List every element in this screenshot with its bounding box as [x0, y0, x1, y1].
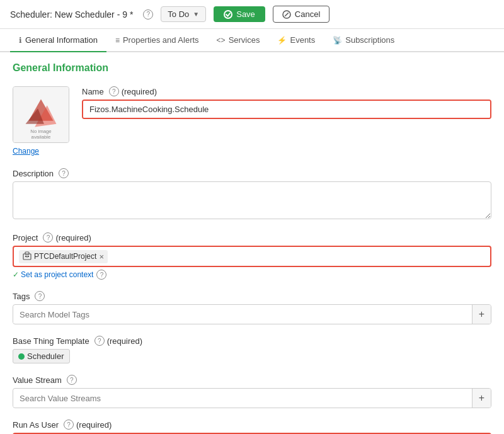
btt-help-icon[interactable]: ? — [94, 336, 105, 346]
tab-events[interactable]: ⚡ Events — [268, 29, 324, 52]
section-title: General Information — [13, 62, 491, 74]
btt-required: (required) — [107, 336, 142, 346]
project-chip-container: PTCDefaultProject × — [13, 246, 491, 267]
title-prefix: Scheduler: — [10, 9, 52, 20]
tab-bar: ℹ General Information ≡ Properties and A… — [0, 29, 504, 52]
svg-point-11 — [25, 255, 26, 256]
description-input[interactable] — [13, 181, 491, 219]
name-help-icon[interactable]: ? — [109, 86, 119, 96]
svg-line-2 — [285, 13, 289, 16]
project-required: (required) — [55, 233, 91, 243]
tags-field: Tags ? + — [13, 291, 491, 324]
check-icon: ✓ — [13, 270, 19, 279]
run-as-user-field: Run As User ? (required) Fizos.Machine.U… — [13, 420, 491, 434]
btt-label-text: Base Thing Template — [13, 336, 89, 346]
project-remove-icon[interactable]: × — [99, 253, 104, 261]
project-field: Project ? (required) PTCDefaultProject — [13, 232, 491, 280]
svg-text:available: available — [32, 134, 51, 140]
value-stream-add-button[interactable]: + — [472, 389, 491, 408]
page-title: Scheduler: New Scheduler - 9 * — [10, 9, 133, 20]
tab-properties-label: Properties and Alerts — [123, 35, 199, 45]
image-box: No image available — [13, 86, 69, 143]
value-stream-search-input[interactable] — [13, 390, 472, 407]
tags-field-label: Tags ? — [13, 291, 491, 301]
tab-subscriptions[interactable]: 📡 Subscriptions — [324, 29, 403, 52]
header: Scheduler: New Scheduler - 9 * ? To Do ▼… — [0, 0, 504, 29]
header-help-icon[interactable]: ? — [143, 9, 153, 20]
svg-text:No image: No image — [30, 128, 51, 134]
tags-search-input[interactable] — [13, 306, 472, 323]
base-thing-template-tag: Scheduler — [13, 349, 70, 363]
tags-label-text: Tags — [13, 292, 30, 301]
name-input[interactable] — [83, 101, 490, 118]
base-thing-template-field: Base Thing Template ? (required) Schedul… — [13, 336, 491, 363]
name-image-row: No image available Change Name ? (requir… — [13, 86, 491, 156]
tab-general-information[interactable]: ℹ General Information — [10, 29, 106, 52]
project-chip: PTCDefaultProject × — [19, 250, 108, 263]
run-as-user-label: Run As User ? (required) — [13, 420, 491, 430]
properties-icon: ≡ — [115, 36, 120, 45]
project-chip-icon — [23, 251, 32, 262]
project-label-text: Project — [13, 233, 38, 243]
description-field-label: Description ? — [13, 168, 491, 178]
tab-services-label: Services — [229, 35, 260, 45]
description-help-icon[interactable]: ? — [59, 168, 69, 178]
name-field-label: Name ? (required) — [82, 86, 491, 96]
tags-add-button[interactable]: + — [472, 305, 491, 324]
tab-properties-alerts[interactable]: ≡ Properties and Alerts — [106, 29, 208, 52]
value-stream-field: Value Stream ? + — [13, 375, 491, 408]
rau-help-icon[interactable]: ? — [64, 420, 74, 430]
svg-point-0 — [224, 11, 232, 18]
project-field-label: Project ? (required) — [13, 232, 491, 243]
cancel-icon — [282, 10, 291, 19]
no-image-svg: No image available — [13, 87, 69, 142]
tab-events-label: Events — [290, 35, 315, 45]
title-name: New Scheduler - 9 * — [55, 9, 134, 20]
project-help-icon[interactable]: ? — [43, 232, 53, 243]
image-section: No image available Change — [13, 86, 69, 156]
save-button[interactable]: Save — [214, 6, 265, 22]
status-button[interactable]: To Do ▼ — [161, 6, 206, 22]
content-area: General Information No image available C… — [0, 52, 504, 434]
save-label: Save — [236, 9, 255, 19]
status-label: To Do — [168, 9, 189, 19]
rau-required: (required) — [76, 420, 112, 430]
project-chip-label: PTCDefaultProject — [34, 252, 96, 261]
chevron-down-icon: ▼ — [193, 11, 199, 18]
tab-subscriptions-label: Subscriptions — [345, 35, 394, 45]
info-icon: ℹ — [19, 36, 22, 45]
set-context-help-icon[interactable]: ? — [96, 270, 106, 280]
tags-search-field: + — [13, 304, 491, 324]
name-required: (required) — [122, 87, 157, 96]
change-image-link[interactable]: Change — [13, 147, 39, 156]
save-icon — [224, 10, 232, 19]
rau-label-text: Run As User — [13, 420, 59, 430]
template-tag-label: Scheduler — [27, 351, 64, 361]
template-dot-icon — [18, 353, 25, 360]
tab-services[interactable]: <> Services — [208, 29, 269, 52]
events-icon: ⚡ — [277, 36, 287, 45]
name-label-text: Name — [82, 87, 104, 96]
vs-help-icon[interactable]: ? — [67, 375, 77, 385]
name-input-wrapper — [82, 100, 491, 119]
value-stream-search-field: + — [13, 388, 491, 408]
set-context-label: Set as project context — [21, 270, 93, 279]
vs-label-text: Value Stream — [13, 375, 62, 385]
value-stream-label: Value Stream ? — [13, 375, 491, 385]
cancel-button[interactable]: Cancel — [273, 6, 329, 23]
tags-help-icon[interactable]: ? — [35, 291, 45, 301]
tab-general-label: General Information — [25, 35, 98, 45]
set-context-link[interactable]: ✓ Set as project context ? — [13, 270, 491, 280]
cancel-label: Cancel — [295, 9, 320, 19]
description-field: Description ? — [13, 168, 491, 221]
svg-point-12 — [28, 255, 29, 256]
services-icon: <> — [217, 36, 226, 45]
base-thing-template-label: Base Thing Template ? (required) — [13, 336, 491, 346]
name-field-section: Name ? (required) — [82, 86, 491, 119]
description-label-text: Description — [13, 169, 54, 178]
subscriptions-icon: 📡 — [333, 36, 342, 45]
project-icon-svg — [23, 251, 32, 260]
